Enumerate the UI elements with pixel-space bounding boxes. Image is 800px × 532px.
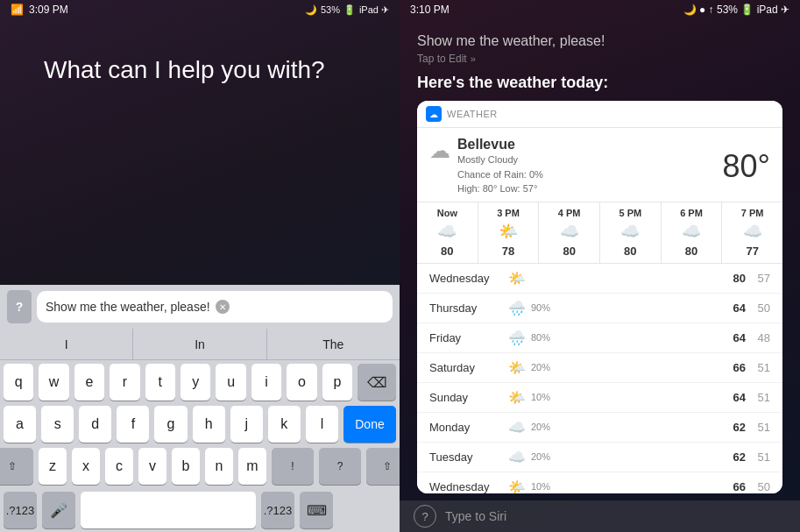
clear-input-button[interactable]: ✕ — [216, 300, 230, 314]
key-v[interactable]: v — [138, 448, 166, 485]
key-m[interactable]: m — [238, 448, 266, 485]
hour-temp-4: 80 — [685, 245, 697, 258]
battery-icon: 🔋 — [343, 4, 356, 16]
daily-icon-7: 🌤️ — [508, 479, 526, 494]
daily-precip-1: 90% — [531, 302, 550, 313]
key-k[interactable]: k — [268, 406, 301, 443]
key-i[interactable]: i — [251, 364, 281, 401]
key-o[interactable]: o — [287, 364, 316, 401]
daily-low-2: 48 — [746, 331, 770, 344]
shift-key[interactable]: ⇧ — [0, 448, 33, 485]
key-t[interactable]: t — [145, 364, 175, 401]
key-g[interactable]: g — [154, 406, 187, 443]
key-f[interactable]: f — [117, 406, 149, 443]
daily-icon-5: ☁️ — [508, 419, 526, 436]
space-key[interactable] — [81, 492, 256, 528]
hour-label-2: 4 PM — [558, 208, 581, 218]
ipad-label: iPad ✈ — [359, 4, 389, 16]
daily-forecast: Wednesday 🌤️ 80 57 Thursday 🌧️ 90% 64 — [417, 264, 782, 494]
hour-icon-1: 🌤️ — [499, 222, 518, 241]
weather-condition: Mostly Cloudy — [457, 153, 543, 167]
key-s[interactable]: s — [41, 406, 74, 443]
wifi-icon: 📶 — [11, 4, 24, 16]
suggestion-2[interactable]: The — [267, 329, 400, 360]
siri-user-query: Show me the weather, please! — [417, 33, 782, 49]
input-text-content: Show me the weather, please! — [46, 300, 210, 314]
daily-row-5: Monday ☁️ 20% 62 51 — [417, 413, 782, 443]
key-d[interactable]: d — [79, 406, 111, 443]
siri-type-placeholder[interactable]: Type to Siri — [445, 509, 506, 523]
hour-icon-5: ☁️ — [743, 222, 762, 241]
daily-icon-area-3: 🌤️ 20% — [508, 359, 721, 376]
hour-temp-1: 78 — [502, 245, 514, 258]
keyboard-hide-key[interactable]: ⌨ — [300, 492, 333, 528]
hour-label-0: Now — [437, 208, 457, 218]
daily-icon-3: 🌤️ — [508, 359, 526, 376]
hour-temp-2: 80 — [563, 245, 575, 258]
key-j[interactable]: j — [230, 406, 263, 443]
key-c[interactable]: c — [105, 448, 133, 485]
num-key-right[interactable]: .?123 — [261, 492, 294, 528]
key-b[interactable]: b — [172, 448, 200, 485]
key-p[interactable]: p — [322, 364, 352, 401]
keyboard-bottom-row: .?123 🎤 .?123 ⌨ — [0, 492, 400, 532]
daily-row-6: Tuesday ☁️ 20% 62 51 — [417, 443, 782, 472]
daily-high-2: 64 — [721, 331, 746, 344]
daily-icon-area-1: 🌧️ 90% — [508, 300, 721, 316]
suggestion-1[interactable]: In — [133, 329, 266, 360]
key-r[interactable]: r — [110, 364, 139, 401]
high-low: High: 80° Low: 57° — [457, 181, 543, 196]
num-key-left[interactable]: .?123 — [4, 492, 37, 528]
key-u[interactable]: u — [216, 364, 245, 401]
hour-icon-3: ☁️ — [620, 222, 640, 241]
key-l[interactable]: l — [306, 406, 338, 443]
key-h[interactable]: h — [193, 406, 225, 443]
weather-temp-big: 80° — [723, 148, 770, 185]
key-a[interactable]: a — [4, 406, 36, 443]
hour-icon-0: ☁️ — [437, 222, 457, 241]
keyboard-area[interactable]: ? Show me the weather, please! ✕ I In Th… — [0, 285, 400, 532]
daily-icon-6: ☁️ — [508, 449, 526, 465]
daily-day-6: Tuesday — [429, 450, 508, 464]
key-z[interactable]: z — [39, 448, 67, 485]
hour-col-5: 7 PM ☁️ 77 — [722, 202, 782, 263]
daily-low-3: 51 — [746, 361, 770, 374]
daily-day-2: Friday — [429, 331, 508, 344]
daily-precip-5: 20% — [531, 422, 550, 432]
keyboard-input-row: ? Show me the weather, please! ✕ — [0, 285, 400, 329]
keyboard-question-button[interactable]: ? — [7, 290, 32, 323]
delete-key[interactable]: ⌫ — [358, 364, 396, 401]
microphone-key[interactable]: 🎤 — [42, 492, 75, 528]
key-n[interactable]: n — [205, 448, 233, 485]
siri-text-input[interactable]: Show me the weather, please! ✕ — [37, 291, 393, 323]
excl-key[interactable]: ! — [272, 448, 314, 485]
daily-high-3: 66 — [721, 361, 746, 374]
siri-question-text: What can I help you with? — [44, 54, 325, 86]
weather-label: WEATHER — [447, 109, 498, 119]
suggestion-0[interactable]: I — [0, 329, 133, 360]
keyboard-suggestions: I In The — [0, 329, 400, 360]
key-q[interactable]: q — [4, 364, 33, 401]
daily-precip-2: 80% — [531, 332, 550, 343]
weather-cloud-icon: ☁ — [429, 138, 450, 163]
key-y[interactable]: y — [181, 364, 210, 401]
weather-city-details: ☁ Bellevue Mostly Cloudy Chance of Rain:… — [429, 137, 543, 196]
daily-icon-1: 🌧️ — [508, 300, 526, 316]
hourly-forecast: Now ☁️ 80 3 PM 🌤️ 78 4 PM ☁️ 80 5 PM ☁️ — [417, 202, 782, 264]
tap-to-edit[interactable]: Tap to Edit » — [417, 53, 782, 65]
hour-label-5: 7 PM — [741, 208, 764, 218]
question-key[interactable]: ? — [319, 448, 361, 485]
key-x[interactable]: x — [72, 448, 100, 485]
status-right-icons: 🌙 ● ↑ 53% 🔋 iPad ✈ — [683, 4, 789, 16]
status-bar-left: 📶 3:09 PM 🌙 53% 🔋 iPad ✈ — [0, 0, 400, 19]
done-key[interactable]: Done — [343, 406, 396, 443]
weather-card: ☁ WEATHER ☁ Bellevue Mostly Cloudy Chanc… — [417, 101, 782, 493]
siri-bottom-question-button[interactable]: ? — [414, 505, 436, 528]
daily-high-7: 66 — [721, 480, 746, 493]
left-siri-panel: 📶 3:09 PM 🌙 53% 🔋 iPad ✈ What can I help… — [0, 0, 400, 532]
daily-low-1: 50 — [746, 301, 770, 315]
hour-label-3: 5 PM — [619, 208, 642, 218]
daily-low-4: 51 — [746, 391, 770, 404]
key-w[interactable]: w — [39, 364, 68, 401]
key-e[interactable]: e — [74, 364, 104, 401]
